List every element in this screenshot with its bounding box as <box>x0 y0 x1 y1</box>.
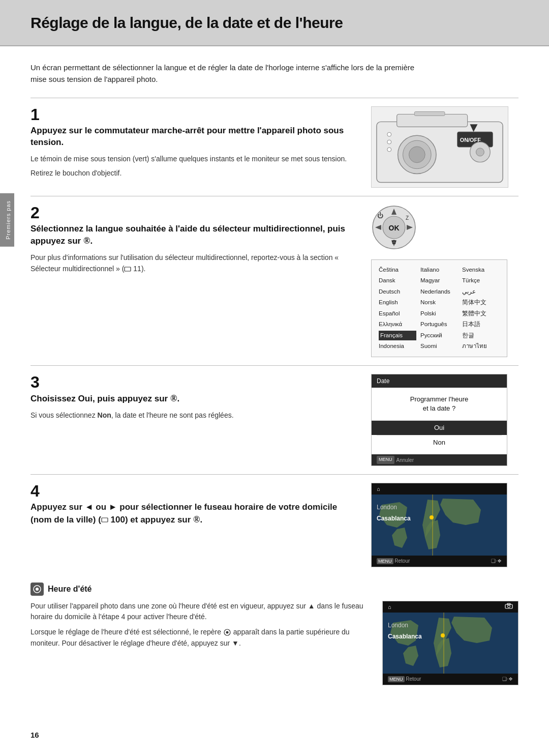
step-1-section: 1 Appuyez sur le commutateur marche-arrê… <box>30 106 518 188</box>
step-2-left: 2 Sélectionnez la langue souhaitée à l'a… <box>30 205 371 278</box>
map-screen-2-body: London Casablanca <box>383 613 518 674</box>
step-1-body2: Retirez le bouchon d'objectif. <box>30 168 356 179</box>
svg-text:⏻: ⏻ <box>377 212 383 219</box>
date-footer-menu-icon: MENU <box>377 456 394 464</box>
summer-time-header: Heure d'été <box>30 583 518 596</box>
step-3-left: 3 Choisissez Oui, puis appuyez sur ®. Si… <box>30 374 371 424</box>
lang-item: Português <box>420 319 458 330</box>
step-4-heading: Appuyez sur ◄ ou ► pour sélectionner le … <box>30 501 356 526</box>
step-4-right: ⌂ <box>371 483 518 567</box>
lang-screen: ČeštinaItalianoSvenska DanskMagyarTürkçe… <box>371 259 507 357</box>
map-screen-2-header: ⌂ <box>383 601 518 613</box>
map-screen-2-wrapper: ⌂ <box>382 601 518 685</box>
step-4-left: 4 Appuyez sur ◄ ou ► pour sélectionner l… <box>30 483 371 531</box>
step-1-left: 1 Appuyez sur le commutateur marche-arrê… <box>30 106 371 182</box>
map-screen-2: ⌂ <box>382 601 518 685</box>
page-number: 16 <box>30 730 39 741</box>
map-screen-1-body: London Casablanca <box>372 495 507 556</box>
date-footer-label: Annuler <box>396 456 414 464</box>
svg-rect-1 <box>397 114 468 127</box>
map-home-icon-2: ⌂ <box>388 603 391 612</box>
lang-item: Español <box>379 309 416 319</box>
map-city-london-2: London <box>388 620 422 631</box>
step-3-number: 3 <box>30 374 356 390</box>
summer-body-1: Pour utiliser l'appareil photo dans une … <box>30 601 367 623</box>
lang-item-selected: Français <box>379 331 416 341</box>
map-footer-left-2: MENU Retour <box>388 675 421 683</box>
map-screen-1-header: ⌂ <box>372 483 507 495</box>
step-3-right: Date Programmer l'heureet la date ? Oui … <box>371 374 518 466</box>
svg-point-28 <box>430 515 434 519</box>
step-2-body: Pour plus d'informations sur l'utilisati… <box>30 252 356 274</box>
map-screen-1-footer: MENU Retour ❑·❖ <box>372 556 507 567</box>
map-footer-right: ❑·❖ <box>491 557 502 565</box>
camera-diagram: ON/OFF <box>371 106 508 188</box>
map-home-icon: ⌂ <box>377 485 380 493</box>
lang-item: Svenska <box>462 265 500 275</box>
bottom-section: Pour utiliser l'appareil photo dans une … <box>30 601 518 685</box>
svg-point-11 <box>387 140 391 144</box>
date-screen-footer: MENU Annuler <box>372 454 507 466</box>
lang-item: Norsk <box>420 298 458 308</box>
date-screen-body: Programmer l'heureet la date ? Oui Non <box>372 388 507 454</box>
step-2-right: OK ⏻ Z ✿ <box>371 205 518 357</box>
step-3-section: 3 Choisissez Oui, puis appuyez sur ®. Si… <box>30 374 518 466</box>
svg-text:Z: Z <box>406 215 409 221</box>
step-3-body: Si vous sélectionnez Non, la date et l'h… <box>30 410 356 421</box>
date-screen: Date Programmer l'heureet la date ? Oui … <box>371 374 507 466</box>
step-2-heading: Sélectionnez la langue souhaitée à l'aid… <box>30 223 356 248</box>
step-1-right: ON/OFF <box>371 106 518 188</box>
summer-body-2: Lorsque le réglage de l'heure d'été est … <box>30 627 367 649</box>
lang-item: 繁體中文 <box>462 309 500 319</box>
lang-item: Italiano <box>420 265 458 275</box>
step-3-heading: Choisissez Oui, puis appuyez sur ®. <box>30 392 356 405</box>
lang-item: Magyar <box>420 276 458 286</box>
section-divider-3 <box>30 365 518 366</box>
page-header: Réglage de la langue, de la date et de l… <box>0 0 549 46</box>
step-1-heading: Appuyez sur le commutateur marche-arrêt … <box>30 125 356 149</box>
map-city-london: London <box>377 502 411 513</box>
lang-item: Polski <box>420 309 458 319</box>
map-screen-2-footer: MENU Retour ❑·❖ <box>383 674 518 685</box>
section-divider-1 <box>30 98 518 98</box>
section-divider-2 <box>30 196 518 196</box>
map-city-casablanca: Casablanca <box>377 513 411 525</box>
lang-item: Nederlands <box>420 287 458 297</box>
lang-item: 한글 <box>462 331 500 341</box>
intro-text: Un écran permettant de sélectionner la l… <box>30 62 427 85</box>
svg-point-4 <box>409 147 425 163</box>
svg-text:✿: ✿ <box>391 239 396 246</box>
lang-item: 日本語 <box>462 319 500 330</box>
lang-item: Ελληνικά <box>379 319 416 330</box>
step-1-body1: Le témoin de mise sous tension (vert) s'… <box>30 154 356 165</box>
bottom-text: Pour utiliser l'appareil photo dans une … <box>30 601 367 653</box>
step-1-number: 1 <box>30 106 356 123</box>
map-footer-left: MENU Retour <box>377 557 410 565</box>
main-content: Un écran permettant de sélectionner la l… <box>0 46 549 701</box>
svg-rect-13 <box>414 111 445 115</box>
lang-item: عربي <box>462 287 500 297</box>
svg-point-30 <box>36 588 39 591</box>
lang-item: Suomi <box>420 341 458 352</box>
section-divider-4 <box>30 474 518 475</box>
lang-item: Indonesia <box>379 341 416 352</box>
svg-point-35 <box>508 605 510 607</box>
map-camera-icon <box>505 603 513 612</box>
svg-point-38 <box>441 633 445 637</box>
summer-time-icon <box>30 583 44 596</box>
lang-item: Русский <box>420 331 458 341</box>
svg-point-9 <box>476 148 484 156</box>
date-screen-header: Date <box>372 374 507 388</box>
summer-time-title: Heure d'été <box>48 583 92 595</box>
side-tab: Premiers pas <box>0 193 14 247</box>
lang-item: 简体中文 <box>462 298 500 308</box>
date-option-non: Non <box>377 435 502 450</box>
lang-item: ภาษาไทย <box>462 341 500 352</box>
map-footer-right-2: ❑·❖ <box>502 675 513 683</box>
ok-button-diagram: OK ⏻ Z ✿ <box>371 205 417 250</box>
date-screen-question: Programmer l'heureet la date ? <box>377 395 502 413</box>
svg-point-10 <box>387 132 391 136</box>
map-screen-1: ⌂ <box>371 483 507 567</box>
lang-item: English <box>379 298 416 308</box>
map-city-casablanca-2: Casablanca <box>388 631 422 643</box>
